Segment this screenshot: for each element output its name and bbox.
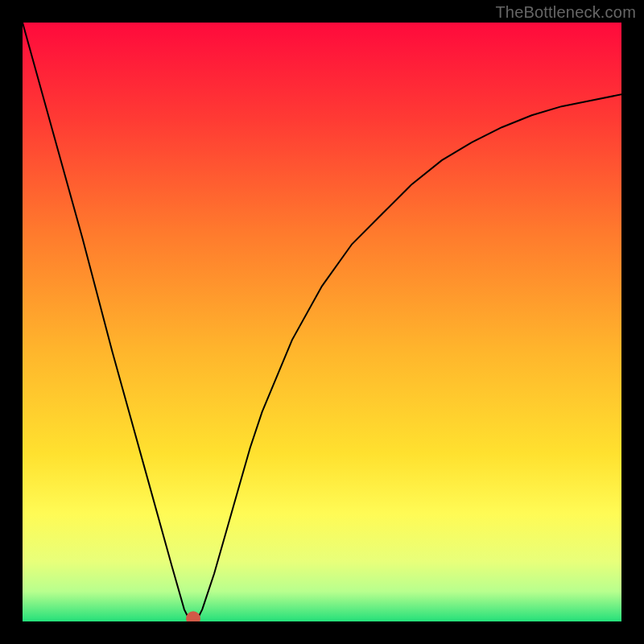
chart-svg: [23, 23, 621, 621]
plot-area: [23, 23, 621, 621]
chart-frame: TheBottleneck.com: [0, 0, 644, 644]
watermark-label: TheBottleneck.com: [495, 3, 636, 22]
gradient-rect: [23, 23, 621, 621]
